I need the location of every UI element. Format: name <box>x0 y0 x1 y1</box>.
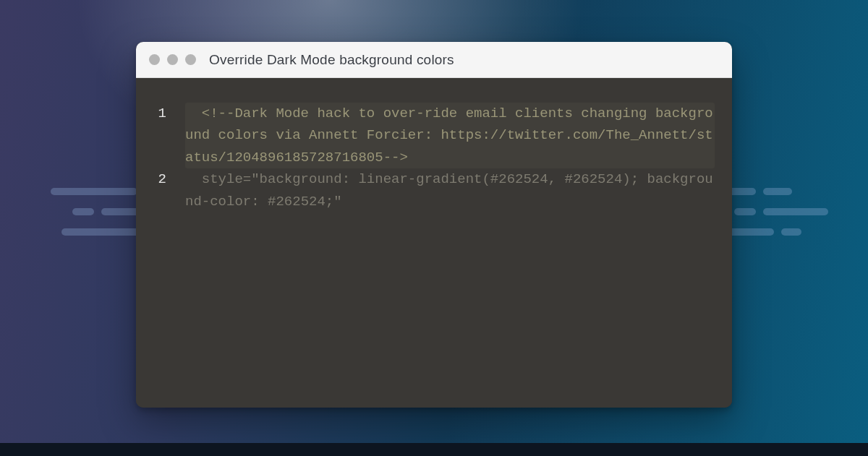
window-titlebar: Override Dark Mode background colors <box>136 42 732 78</box>
code-line: 2 style="background: linear-gradient(#26… <box>153 168 715 212</box>
line-number: 2 <box>153 168 185 190</box>
footer-strip <box>0 443 868 456</box>
window-controls <box>149 54 196 65</box>
code-editor[interactable]: 1 <!--Dark Mode hack to over-ride email … <box>136 78 732 408</box>
minimize-icon[interactable] <box>167 54 178 65</box>
code-text-comment: <!--Dark Mode hack to over-ride email cl… <box>185 103 715 168</box>
code-text: style="background: linear-gradient(#2625… <box>185 168 715 212</box>
window-title: Override Dark Mode background colors <box>209 52 454 68</box>
code-window: Override Dark Mode background colors 1 <… <box>136 42 732 408</box>
maximize-icon[interactable] <box>185 54 196 65</box>
line-number: 1 <box>153 103 185 124</box>
code-line: 1 <!--Dark Mode hack to over-ride email … <box>153 103 715 168</box>
close-icon[interactable] <box>149 54 160 65</box>
